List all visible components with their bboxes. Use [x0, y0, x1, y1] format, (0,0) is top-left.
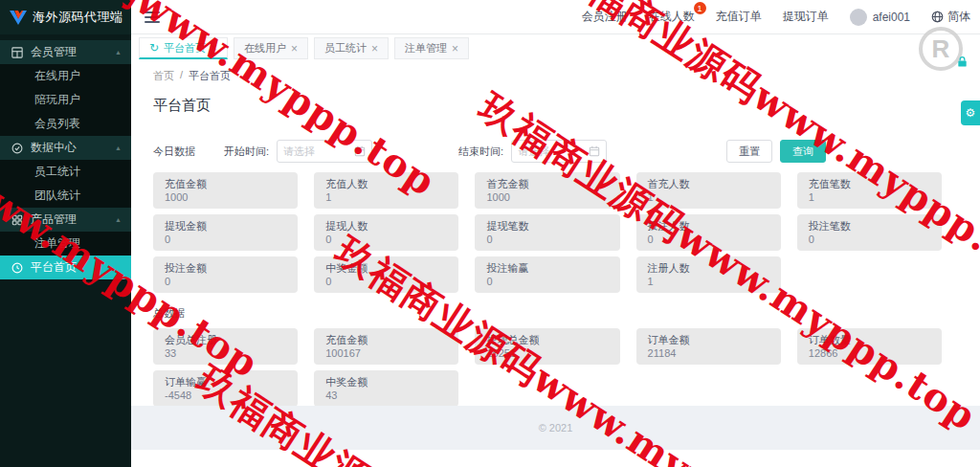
sidebar-item-online-users[interactable]: 在线用户: [0, 64, 131, 88]
start-time-label: 开始时间:: [224, 145, 269, 159]
language-selector[interactable]: 简体: [931, 9, 970, 25]
stat-card: 提现笔数 0: [475, 214, 619, 251]
stat-value: 0: [325, 233, 447, 246]
stat-value: 0: [325, 275, 447, 288]
chevron-up-icon: ▲: [115, 49, 122, 56]
stat-label: 充值笔数: [809, 177, 930, 190]
refresh-icon[interactable]: ↻: [149, 41, 159, 55]
app-window: 海外源码代理端 会员管理 ▲ 在线用户 陪玩用户 会员列表 数据中心 ▲ 员工统…: [0, 0, 980, 467]
close-icon[interactable]: ×: [291, 42, 298, 56]
hamburger-menu-icon[interactable]: [145, 11, 160, 23]
tab-staff-stats[interactable]: 员工统计 ×: [314, 37, 389, 59]
tab-label: 在线用户: [244, 41, 286, 56]
stat-value: 0: [165, 275, 286, 288]
user-menu[interactable]: afei001: [850, 9, 910, 26]
stat-value: 0: [486, 275, 608, 288]
sidebar-group-members[interactable]: 会员管理 ▲: [0, 40, 131, 64]
stat-label: 投注金额: [165, 261, 286, 275]
stat-value: 1: [809, 190, 930, 204]
stat-card: 提现金额 0: [153, 214, 298, 251]
header-item-recharge-orders[interactable]: 充值订单: [716, 9, 762, 25]
open-tabs-bar: ↻ 平台首页 × 在线用户 × 员工统计 × 注单管理 ×: [131, 34, 980, 59]
stat-value: -4548: [165, 389, 286, 402]
today-stats-grid: 充值金额 1000 充值人数 1 首充金额 1000 首充人数: [153, 172, 942, 293]
chevron-up-icon: ▲: [115, 145, 122, 151]
stat-label: 充值人数: [325, 177, 447, 190]
stat-label: 投注笔数: [809, 219, 930, 233]
tab-online-users[interactable]: 在线用户 ×: [234, 37, 308, 59]
stat-label: 首充金额: [486, 177, 608, 190]
sidebar-group-label: 数据中心: [31, 140, 77, 156]
sidebar-item-staff-stats[interactable]: 员工统计: [0, 160, 131, 184]
sidebar-item-team-stats[interactable]: 团队统计: [0, 184, 131, 208]
tab-label: 注单管理: [405, 41, 447, 56]
apps-icon: [11, 213, 24, 227]
stat-value: 43: [325, 389, 447, 402]
stat-label: 充值金额: [325, 333, 447, 346]
close-icon[interactable]: ×: [452, 42, 458, 56]
start-time-input[interactable]: [277, 140, 372, 163]
header-item-member-register[interactable]: 会员注册: [582, 9, 628, 25]
breadcrumb-separator: /: [180, 69, 183, 83]
query-button[interactable]: 查询: [780, 140, 826, 163]
stat-card: 提现总金额 15251: [475, 328, 619, 365]
stat-value: 0: [486, 233, 608, 246]
end-time-input[interactable]: [511, 140, 607, 163]
sidebar: 海外源码代理端 会员管理 ▲ 在线用户 陪玩用户 会员列表 数据中心 ▲ 员工统…: [0, 0, 131, 467]
sidebar-item-member-list[interactable]: 会员列表: [0, 112, 131, 136]
stat-value: 1000: [165, 190, 286, 204]
stat-value: 33: [165, 346, 286, 360]
breadcrumb-home[interactable]: 首页: [153, 69, 174, 83]
language-label: 简体: [947, 9, 970, 25]
breadcrumb: 首页 / 平台首页: [131, 59, 980, 83]
stat-value: 15251: [486, 346, 608, 360]
header-item-online-count[interactable]: 在线人数 1: [649, 9, 695, 25]
end-time-field[interactable]: [518, 145, 585, 157]
close-icon[interactable]: ×: [211, 41, 217, 55]
stat-card: 投注金额 0: [153, 256, 298, 293]
globe-icon: [931, 11, 944, 23]
copyright-text: © 2021: [539, 422, 573, 434]
sidebar-group-products[interactable]: 产品管理 ▲: [0, 208, 131, 232]
sidebar-item-label: 陪玩用户: [34, 92, 80, 108]
stat-value: 0: [809, 233, 930, 246]
stat-label: 会员总注册: [165, 333, 286, 346]
sidebar-item-label: 在线用户: [34, 68, 80, 84]
sidebar-group-label: 产品管理: [31, 211, 77, 228]
stat-label: 提现金额: [165, 219, 286, 233]
stat-card: 投注人数 0: [636, 214, 781, 251]
sidebar-item-order-management[interactable]: 注单管理: [0, 232, 131, 256]
sidebar-item-platform-home[interactable]: 平台首页: [0, 256, 131, 279]
stat-card: 中奖金额 0: [314, 256, 458, 293]
sidebar-item-label: 团队统计: [34, 188, 80, 204]
calendar-icon: [589, 145, 600, 157]
stat-label: 投注人数: [648, 219, 769, 233]
check-circle-icon: [11, 142, 24, 155]
sidebar-item-companion-users[interactable]: 陪玩用户: [0, 88, 131, 112]
today-section-label: 今日数据: [153, 145, 195, 159]
sidebar-item-label: 会员列表: [34, 116, 80, 132]
sidebar-menu: 会员管理 ▲ 在线用户 陪玩用户 会员列表 数据中心 ▲ 员工统计 团队统计 产…: [0, 40, 131, 279]
gear-icon: ⚙: [966, 106, 976, 120]
sidebar-group-data-center[interactable]: 数据中心 ▲: [0, 136, 131, 160]
reset-button[interactable]: 重置: [726, 140, 772, 163]
settings-gear-button[interactable]: ⚙: [961, 100, 980, 125]
stat-value: 12866: [809, 346, 930, 360]
page-title: 平台首页: [131, 83, 980, 115]
tab-platform-home[interactable]: ↻ 平台首页 ×: [139, 37, 228, 59]
start-time-field[interactable]: [283, 145, 350, 157]
header-nav: 会员注册 在线人数 1 充值订单 提现订单 afei001 简体: [582, 9, 970, 26]
stat-card: 会员总注册 33: [153, 328, 298, 365]
header-item-withdraw-orders[interactable]: 提现订单: [783, 9, 829, 25]
stat-card: 注册人数 1: [636, 256, 781, 293]
close-icon[interactable]: ×: [371, 42, 378, 56]
stat-card: 中奖金额 43: [314, 370, 458, 407]
online-count-badge: 1: [694, 2, 706, 14]
tab-order-management[interactable]: 注单管理 ×: [394, 37, 469, 59]
stat-label: 充值金额: [165, 177, 286, 190]
stat-label: 订单金额: [648, 333, 769, 346]
stat-label: 提现笔数: [486, 219, 608, 233]
stat-label: 中奖金额: [325, 375, 447, 389]
grid-icon: [11, 46, 24, 59]
stat-card: 充值笔数 1: [797, 172, 942, 209]
